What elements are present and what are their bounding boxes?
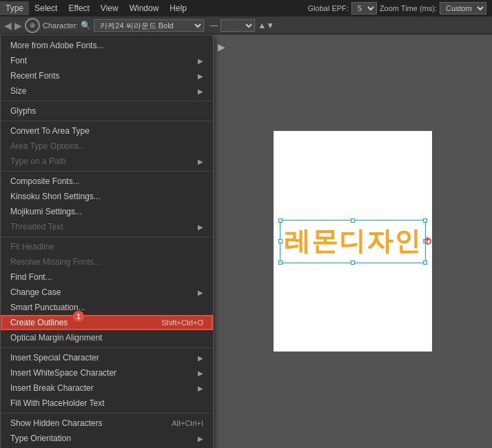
epf-label: Global EPF: — [308, 4, 349, 12]
arrow-icon: ▶ — [198, 435, 203, 442]
type-cursor — [424, 238, 431, 245]
menu-glyphs[interactable]: Glyphs — [1, 103, 213, 119]
menu-fill-placeholder[interactable]: Fill With PlaceHolder Text — [1, 396, 213, 411]
menu-area-options: Area Type Options... — [1, 139, 213, 154]
separator-1 — [1, 101, 213, 101]
menu-resolve-fonts: Resolve Missing Fonts... — [1, 254, 213, 269]
separator-3 — [1, 171, 213, 172]
menu-type[interactable]: Type — [0, 1, 29, 15]
menu-more-fonts[interactable]: More from Adobe Fonts... — [1, 38, 213, 53]
separator-4 — [1, 236, 213, 237]
menu-create-outlines[interactable]: Create Outlines Shift+Ctrl+O — [1, 315, 213, 330]
create-outlines-shortcut: Shift+Ctrl+O — [161, 318, 203, 327]
font-select[interactable]: 카케24 씨라운드 Bold — [94, 19, 204, 32]
handle-ml[interactable] — [278, 239, 283, 243]
menu-optical-margin[interactable]: Optical Margin Alignment — [1, 330, 213, 345]
arrow-icon: ▶ — [198, 223, 203, 231]
font-size-dash: — — [209, 21, 218, 30]
menu-fit-headline: Fit Headline — [1, 239, 213, 254]
character-search-icon[interactable]: 🔍 — [81, 21, 91, 30]
menu-recent-fonts[interactable]: Recent Fonts ▶ — [1, 68, 213, 83]
menu-mojikumi[interactable]: Mojikumi Settings... — [1, 204, 213, 219]
globe-icon: ⊕ — [25, 18, 40, 33]
font-size-arrow-icon[interactable]: ▲▼ — [258, 21, 274, 30]
menu-type-path: Type on a Path ▶ — [1, 154, 213, 169]
menu-convert-area[interactable]: Convert To Area Type — [1, 123, 213, 139]
korean-text: 레몬디자인 — [284, 227, 422, 256]
menu-select[interactable]: Select — [29, 1, 63, 15]
main-area: More from Adobe Fonts... Font ▶ Recent F… — [0, 34, 492, 448]
show-hidden-shortcut: Alt+Ctrl+I — [172, 419, 203, 427]
menu-change-case[interactable]: Change Case ▶ — [1, 285, 213, 300]
font-size-select[interactable] — [221, 19, 255, 32]
nav-left-icon[interactable]: ◀ — [4, 20, 12, 31]
zoom-label: Zoom Time (ms): — [380, 4, 437, 12]
handle-bl[interactable] — [278, 261, 283, 265]
arrow-icon: ▶ — [198, 369, 203, 377]
menu-view[interactable]: View — [95, 1, 124, 15]
character-toolbar: ◀ ▶ ⊕ Character: 🔍 카케24 씨라운드 Bold — ▲▼ — [0, 17, 492, 34]
handle-bm[interactable] — [351, 261, 355, 265]
arrow-icon: ▶ — [198, 57, 203, 65]
arrow-icon: ▶ — [198, 354, 203, 362]
menubar: Type Select Effect View Window Help Glob… — [0, 0, 492, 17]
epf-select[interactable]: 5 — [351, 2, 377, 14]
menu-find-font[interactable]: Find Font... — [1, 269, 213, 285]
menu-size[interactable]: Size ▶ — [1, 83, 213, 99]
menu-show-hidden[interactable]: Show Hidden Characters Alt+Ctrl+I — [1, 416, 213, 431]
menu-kinsoku[interactable]: Kinsoku Shori Settings... — [1, 189, 213, 204]
handle-tr[interactable] — [423, 218, 427, 223]
separator-6 — [1, 413, 213, 414]
type-dropdown-menu: More from Adobe Fonts... Font ▶ Recent F… — [0, 34, 214, 448]
canvas-scroll-up[interactable]: ▶ — [218, 41, 225, 52]
menu-help[interactable]: Help — [164, 1, 192, 15]
artboard: 레몬디자인 — [274, 131, 432, 352]
menu-insert-whitespace[interactable]: Insert WhiteSpace Character ▶ — [1, 365, 213, 380]
text-object[interactable]: 레몬디자인 — [284, 224, 422, 259]
arrow-icon: ▶ — [198, 72, 203, 80]
handle-tm[interactable] — [351, 218, 355, 223]
menu-font[interactable]: Font ▶ — [1, 53, 213, 68]
arrow-icon: ▶ — [198, 289, 203, 296]
nav-right-icon[interactable]: ▶ — [14, 20, 22, 31]
menu-insert-break[interactable]: Insert Break Character ▶ — [1, 380, 213, 396]
create-outlines-wrapper: Create Outlines Shift+Ctrl+O 1 — [1, 315, 213, 330]
arrow-icon: ▶ — [198, 158, 203, 165]
handle-tl[interactable] — [278, 218, 283, 223]
handle-br[interactable] — [423, 261, 427, 265]
menu-type-orient[interactable]: Type Orientation ▶ — [1, 431, 213, 446]
arrow-icon: ▶ — [198, 88, 203, 95]
menu-composite[interactable]: Composite Fonts... — [1, 174, 213, 189]
arrow-icon: ▶ — [198, 385, 203, 392]
menu-effect[interactable]: Effect — [63, 1, 94, 15]
menu-threaded: Threaded Text ▶ — [1, 219, 213, 234]
separator-2 — [1, 121, 213, 121]
notification-badge: 1 — [73, 311, 84, 322]
menu-smart-punct[interactable]: Smart Punctuation... — [1, 300, 213, 315]
zoom-select[interactable]: Custom — [440, 2, 486, 14]
menu-window[interactable]: Window — [124, 1, 165, 15]
character-label: Character: — [43, 21, 78, 30]
menu-insert-special[interactable]: Insert Special Character ▶ — [1, 350, 213, 365]
separator-5 — [1, 347, 213, 348]
canvas-area: ▶ 레몬디자인 — [214, 34, 492, 448]
